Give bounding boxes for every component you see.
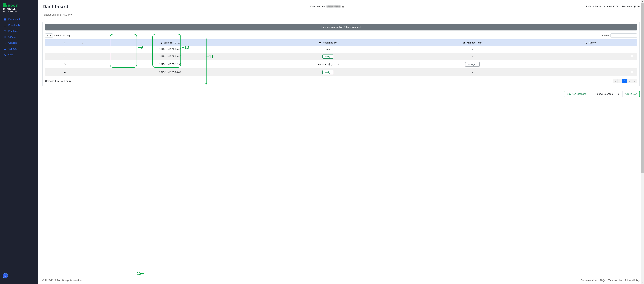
svg-rect-17 <box>64 43 66 43</box>
card-title: Licence Information & Management <box>45 24 637 31</box>
svg-rect-12 <box>64 42 64 42</box>
svg-rect-15 <box>64 43 66 43</box>
brand-mark-icon <box>3 3 7 7</box>
renew-label: Renew Licences <box>593 91 615 97</box>
cell-manage-team: - <box>400 53 545 60</box>
assign-button[interactable]: Assign <box>322 54 334 59</box>
sidebar-item-label: Controls <box>8 42 17 44</box>
cell-valid-till: 2025-11-18 05:08:45 <box>84 47 256 53</box>
cell-assigned-to: You <box>256 47 400 53</box>
scrollbar-thumb[interactable] <box>641 3 644 173</box>
cell-valid-till: 2025-11-18 05:08:46 <box>84 53 256 60</box>
add-to-cart-button[interactable]: Add To Cart <box>622 91 640 97</box>
hourglass-icon <box>160 42 162 44</box>
showing-text: Showing 1 to 1 of 1 entry <box>45 80 71 83</box>
page-next[interactable]: › <box>627 79 632 83</box>
footer-link-documentation[interactable]: Documentation <box>581 279 597 282</box>
scroll-up-icon[interactable]: ▲ <box>641 0 644 2</box>
sidebar-item-downloads[interactable]: Downloads <box>0 23 38 28</box>
renew-checkbox[interactable] <box>631 63 633 65</box>
cell-renew <box>545 60 637 68</box>
licence-card: Licence Information & Management 10 entr… <box>42 22 640 86</box>
cell-index: 3 <box>45 60 84 68</box>
cell-renew <box>545 53 637 60</box>
sidebar-item-cart[interactable]: Cart <box>0 52 38 58</box>
sidebar: ROOT BRIDGE AUTOMATIONS Dashboard Downlo… <box>0 0 38 284</box>
svg-rect-1 <box>4 19 6 20</box>
sidebar-item-orders[interactable]: Orders <box>0 34 38 40</box>
users-icon <box>463 42 466 44</box>
brand-word-auto: AUTOMATIONS <box>3 11 35 12</box>
svg-rect-2 <box>4 20 6 21</box>
sidebar-item-label: Orders <box>8 36 16 38</box>
main-content: Dashboard Coupon Code: UNSKYMK8 Referral… <box>38 0 644 284</box>
entries-label: entries per page <box>54 34 71 37</box>
scroll-down-icon[interactable]: ▼ <box>641 282 644 284</box>
cell-assigned-to: Assign <box>256 53 400 60</box>
footer-link-privacy[interactable]: Privacy Policy <box>625 279 640 282</box>
renew-checkbox[interactable] <box>631 48 633 50</box>
renew-licences-group: Renew Licences 0 Add To Cart <box>593 91 640 97</box>
cell-renew <box>545 68 637 76</box>
sidebar-item-purchase[interactable]: Purchase <box>0 28 38 34</box>
cell-index: 4 <box>45 68 84 76</box>
clipboard-icon <box>4 36 6 38</box>
page-prev[interactable]: ‹ <box>618 79 622 83</box>
col-assigned-to[interactable]: Assigned To ♦ <box>256 39 400 47</box>
brand-word-bridge: BRIDGE <box>3 7 35 11</box>
sidebar-item-label: Dashboard <box>8 18 20 21</box>
page-1[interactable]: 1 <box>622 79 627 83</box>
sidebar-item-controls[interactable]: Controls <box>0 40 38 46</box>
svg-point-9 <box>6 55 6 56</box>
col-valid-till[interactable]: Valid Till (UTC) ♦ <box>84 39 256 47</box>
bag-icon <box>4 30 6 33</box>
sidebar-item-support[interactable]: Support <box>0 46 38 52</box>
page-last[interactable]: » <box>632 79 637 83</box>
entries-select[interactable]: 10 <box>45 33 53 38</box>
sidebar-item-label: Cart <box>8 53 13 56</box>
tab-dezignlink[interactable]: dEZignLink for STAAD.Pro <box>41 12 75 18</box>
buy-new-licences-button[interactable]: Buy New Licences <box>564 91 590 97</box>
table-row: 22025-11-18 05:08:46Assign- <box>45 53 637 60</box>
renew-count: 0 <box>615 91 622 97</box>
chevron-down-icon <box>476 64 478 65</box>
licence-table: ▲ Valid Till (UTC) ♦ Assigned To ♦ <box>45 39 637 76</box>
svg-rect-0 <box>4 19 6 19</box>
refresh-icon <box>585 42 588 44</box>
annotation-label-12: 12 <box>137 271 144 276</box>
table-row: 12025-11-18 05:08:45You- <box>45 47 637 53</box>
table-row: 32025-11-18 05:12:35teamuser1@xyz.comMan… <box>45 60 637 68</box>
assign-button[interactable]: Assign <box>322 70 334 74</box>
renew-checkbox[interactable] <box>631 71 633 73</box>
page-title: Dashboard <box>42 4 68 9</box>
sidebar-item-label: Downloads <box>8 24 20 27</box>
sort-icon: ♦ <box>635 42 636 44</box>
sidebar-item-label: Purchase <box>8 30 18 33</box>
col-manage-team[interactable]: Manage Team ♦ <box>400 39 545 47</box>
list-icon <box>64 42 66 44</box>
cell-manage-team: - <box>400 47 545 53</box>
headset-icon <box>4 48 6 50</box>
svg-point-19 <box>464 42 464 43</box>
vertical-scrollbar[interactable]: ▲ ▼ <box>641 0 644 284</box>
manage-team-button[interactable]: Manage <box>465 62 480 67</box>
copy-icon[interactable] <box>342 6 344 8</box>
cell-valid-till: 2025-11-18 05:12:35 <box>84 60 256 68</box>
svg-point-20 <box>464 42 465 43</box>
svg-point-7 <box>5 43 6 43</box>
search-input[interactable] <box>610 33 637 38</box>
col-renew[interactable]: Renew ♦ <box>545 39 637 47</box>
sort-icon: ♦ <box>254 42 254 44</box>
footer-link-faqs[interactable]: FAQs <box>600 279 605 282</box>
footer-link-terms[interactable]: Terms of Use <box>608 279 622 282</box>
sidebar-item-dashboard[interactable]: Dashboard <box>0 17 38 23</box>
col-index[interactable]: ▲ <box>45 39 84 47</box>
renew-checkbox[interactable] <box>631 55 633 57</box>
page-first[interactable]: « <box>613 79 618 83</box>
cell-index: 1 <box>45 47 84 53</box>
gear-icon <box>4 42 6 44</box>
sidebar-item-label: Support <box>8 48 16 50</box>
user-avatar[interactable]: D <box>3 273 8 278</box>
svg-rect-18 <box>319 42 321 43</box>
svg-rect-13 <box>64 42 66 42</box>
